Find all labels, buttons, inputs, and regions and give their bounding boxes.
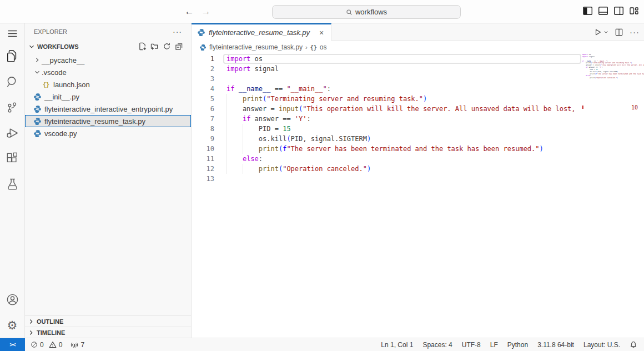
status-cursor-position[interactable]: Ln 1, Col 1: [381, 341, 413, 349]
status-indentation[interactable]: Spaces: 4: [422, 341, 452, 349]
testing-icon[interactable]: [0, 171, 25, 197]
toggle-panel-icon[interactable]: [598, 7, 608, 15]
more-actions-icon[interactable]: ···: [630, 27, 640, 37]
collapse-all-icon[interactable]: [175, 42, 183, 51]
timeline-section-header[interactable]: TIMELINE: [25, 327, 191, 338]
line-number[interactable]: 12: [192, 164, 222, 174]
back-button[interactable]: ←: [182, 4, 197, 19]
new-folder-icon[interactable]: [150, 42, 159, 51]
line-number[interactable]: 3: [192, 74, 222, 84]
split-editor-icon[interactable]: [615, 28, 623, 36]
ports-count: 7: [80, 341, 84, 349]
forward-button[interactable]: →: [199, 4, 213, 19]
breadcrumb-file[interactable]: flyteinteractive_resume_task.py: [209, 43, 303, 51]
line-number[interactable]: 13: [192, 174, 222, 184]
tree-item-flyteinteractive-interactive-entrypoint-py[interactable]: flyteinteractive_interactive_entrypoint.…: [25, 103, 191, 115]
explorer-icon[interactable]: [0, 43, 25, 69]
code-line[interactable]: 12 print("Operation canceled."): [192, 164, 582, 174]
tree-item--vscode[interactable]: .vscode: [25, 66, 191, 78]
tree-item-label: flyteinteractive_interactive_entrypoint.…: [44, 105, 173, 113]
account-icon[interactable]: [0, 287, 25, 312]
status-language-mode[interactable]: Python: [507, 341, 528, 349]
explorer-title: EXPLORER: [34, 28, 67, 35]
menu-icon[interactable]: [0, 23, 25, 43]
code-line[interactable]: 4if __name__ == "__main__":: [192, 84, 582, 94]
ports-status[interactable]: 7: [71, 341, 84, 349]
code-lines[interactable]: 1import os2import signal34if __name__ ==…: [192, 54, 582, 338]
remote-indicator[interactable]: ><: [0, 338, 25, 351]
refresh-icon[interactable]: [163, 42, 171, 51]
indent-guide: [227, 104, 227, 114]
line-number[interactable]: 1: [192, 54, 222, 64]
line-number[interactable]: 10: [192, 144, 222, 154]
explorer-more-icon[interactable]: ···: [173, 27, 182, 36]
code-line[interactable]: 1import os: [192, 54, 582, 64]
code-line[interactable]: 9 os.kill(PID, signal.SIGTERM): [192, 134, 582, 144]
close-icon[interactable]: ×: [316, 28, 326, 37]
line-number[interactable]: 5: [192, 94, 222, 104]
code-editor[interactable]: 1import os2import signal34if __name__ ==…: [192, 54, 644, 338]
tab-flyteinteractive-resume-task[interactable]: flyteinteractive_resume_task.py ×: [192, 23, 331, 41]
code-text: print("Terminating server and resuming t…: [222, 94, 427, 104]
code-text: import os: [222, 54, 263, 64]
tab-bar: flyteinteractive_resume_task.py × ···: [192, 23, 644, 41]
indent-guide: [243, 134, 243, 144]
indent-guide: [227, 114, 227, 124]
address-bar[interactable]: workflows: [272, 5, 461, 19]
remote-icon: ><: [9, 342, 15, 348]
line-number[interactable]: 8: [192, 124, 222, 134]
code-line[interactable]: 5 print("Terminating server and resuming…: [192, 94, 582, 104]
status-eol[interactable]: LF: [490, 341, 498, 349]
indent-guide: [227, 124, 227, 134]
toggle-secondary-sidebar-icon[interactable]: [614, 7, 623, 15]
chevron-down-icon: [33, 68, 42, 76]
code-line[interactable]: 8 PID = 15: [192, 124, 582, 134]
tree-item--pycache-[interactable]: __pycache__: [25, 54, 191, 66]
tree-item--init-py[interactable]: __init__.py: [25, 91, 191, 103]
extensions-icon[interactable]: [0, 146, 25, 171]
code-line[interactable]: 13: [192, 174, 582, 184]
bell-icon[interactable]: [630, 341, 637, 349]
code-text: answer = input("This operation will kill…: [222, 104, 580, 114]
status-encoding[interactable]: UTF-8: [462, 341, 481, 349]
search-icon[interactable]: [0, 69, 25, 94]
tree-item-flyteinteractive-resume-task-py[interactable]: flyteinteractive_resume_task.py: [25, 115, 191, 127]
status-python-version[interactable]: 3.11.8 64-bit: [537, 341, 574, 349]
problems-status[interactable]: 0 0: [31, 341, 62, 349]
line-number[interactable]: 11: [192, 154, 222, 164]
tree-item-launch-json[interactable]: {}launch.json: [25, 78, 191, 91]
breadcrumb-symbol[interactable]: os: [320, 43, 327, 51]
code-text: import signal: [222, 64, 279, 74]
source-control-icon[interactable]: [0, 94, 25, 120]
code-line[interactable]: 11 else:: [192, 154, 582, 164]
code-line[interactable]: 10 print(f"The server has been terminate…: [192, 144, 582, 154]
code-line[interactable]: 7 if answer == 'Y':: [192, 114, 582, 124]
timeline-label: TIMELINE: [37, 329, 65, 336]
outline-section-header[interactable]: OUTLINE: [25, 315, 191, 327]
line-number[interactable]: 6: [192, 104, 222, 114]
line-number[interactable]: 9: [192, 134, 222, 144]
minimap[interactable]: import osimport signalif __name__ == "__…: [582, 54, 644, 338]
line-number[interactable]: 4: [192, 84, 222, 94]
tree-item-label: launch.json: [53, 81, 90, 89]
tree-item-label: flyteinteractive_resume_task.py: [44, 117, 145, 126]
workspace-section-header[interactable]: WORKFLOWS: [25, 39, 191, 53]
settings-gear-icon[interactable]: ⚙: [0, 312, 25, 338]
run-python-file-button[interactable]: [594, 28, 608, 36]
line-number[interactable]: 2: [192, 64, 222, 74]
indent-guide: [243, 144, 243, 154]
customize-layout-icon[interactable]: [630, 7, 638, 15]
toggle-primary-sidebar-icon[interactable]: [583, 7, 592, 15]
warning-icon: [49, 341, 57, 348]
radio-tower-icon: [71, 341, 78, 349]
code-line[interactable]: 6 answer = input("This operation will ki…: [192, 104, 582, 114]
warning-count: 0: [59, 341, 63, 349]
code-line[interactable]: 3: [192, 74, 582, 84]
new-file-icon[interactable]: [138, 42, 147, 51]
status-layout[interactable]: Layout: U.S.: [583, 341, 620, 349]
run-debug-icon[interactable]: [0, 120, 25, 146]
code-line[interactable]: 2import signal: [192, 64, 582, 74]
line-number[interactable]: 7: [192, 114, 222, 124]
tree-item-vscode-py[interactable]: vscode.py: [25, 127, 191, 139]
tree-item-label: __init__.py: [44, 93, 79, 101]
